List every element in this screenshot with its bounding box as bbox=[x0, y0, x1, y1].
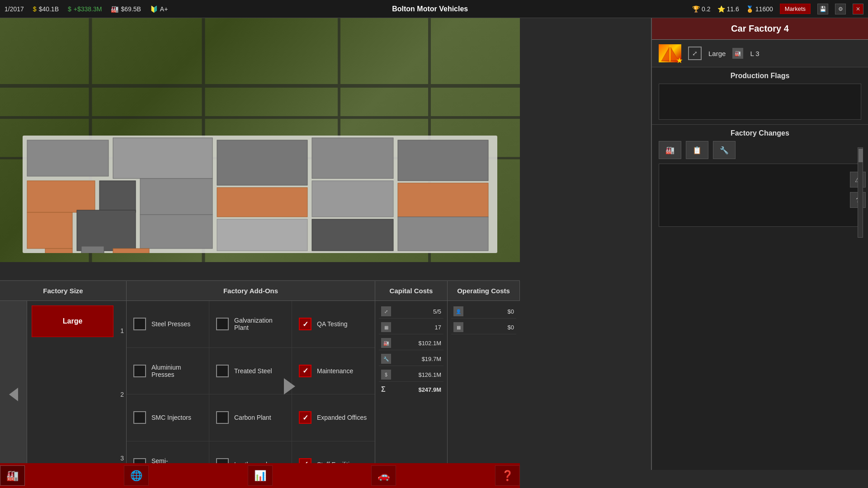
rating-display: 🔰 A+ bbox=[150, 5, 168, 13]
addon-expanded-offices-checkbox[interactable] bbox=[299, 411, 311, 424]
addon-carbon-label: Carbon Plant bbox=[234, 414, 271, 421]
addon-maintenance-label: Maintenance bbox=[317, 367, 353, 375]
capital-row-3: 🏭 $102.1M bbox=[379, 336, 443, 350]
svg-rect-13 bbox=[217, 188, 307, 217]
sigma-icon: Σ bbox=[381, 385, 386, 394]
addon-steel-presses-checkbox[interactable] bbox=[133, 318, 146, 330]
factory-logo bbox=[659, 44, 681, 62]
svg-rect-15 bbox=[312, 181, 393, 217]
addon-expanded-offices: Expanded Offices bbox=[292, 394, 375, 441]
nav-help[interactable]: ❓ bbox=[495, 465, 520, 486]
close-button[interactable]: ✕ bbox=[853, 4, 863, 14]
company-name: Bolton Motor Vehicles bbox=[177, 5, 683, 13]
addon-aluminium-presses: Aluminium Presses bbox=[127, 348, 209, 395]
assets-display: 🏭 $69.5B bbox=[111, 5, 141, 13]
operating-icon-2: ▦ bbox=[453, 322, 463, 332]
costs-panel: ⤢ 5/5 ▦ 17 🏭 $102.1M 🔧 $19.7M $ $126 bbox=[375, 301, 520, 488]
svg-rect-23 bbox=[398, 217, 488, 251]
capital-val-4: $19.7M bbox=[422, 356, 441, 362]
income-value: +$338.3M bbox=[74, 5, 102, 13]
capital-icon-1: ⤢ bbox=[381, 306, 391, 316]
scroll-thumb[interactable] bbox=[859, 149, 863, 162]
nav-world[interactable]: 🌐 bbox=[124, 465, 149, 486]
arrow-left-icon bbox=[9, 388, 18, 401]
save-button[interactable]: 💾 bbox=[817, 4, 828, 14]
factory-change-btn-3[interactable]: 🔧 bbox=[713, 141, 736, 159]
changes-area bbox=[659, 164, 861, 227]
addon-qa-testing-checkbox[interactable] bbox=[299, 318, 311, 330]
addon-carbon-plant-checkbox[interactable] bbox=[216, 411, 229, 424]
cash-value: $40.1B bbox=[39, 5, 59, 13]
svg-rect-14 bbox=[312, 138, 393, 178]
factory-info-row: ⤢ Large 🏭 L 3 bbox=[652, 40, 868, 67]
nav-production[interactable]: 📊 bbox=[248, 465, 273, 486]
content-area: Large 1 2 3 Steel Presses Galvanization … bbox=[0, 301, 520, 488]
factory-changes-section: Factory Changes 🏭 📋 🔧 bbox=[652, 125, 868, 470]
capital-total-row: Σ $247.9M bbox=[379, 384, 443, 395]
expand-icon[interactable]: ⤢ bbox=[688, 47, 702, 60]
stat1-icon: 🏆 bbox=[692, 5, 700, 13]
date-display: 1/2017 bbox=[5, 5, 24, 13]
stat1: 🏆 0.2 bbox=[692, 5, 710, 13]
nav-bar: 🏭 🌐 📊 🚗 ❓ bbox=[0, 463, 520, 488]
size-large-label: Large bbox=[63, 317, 83, 325]
addon-qa-testing: QA Testing bbox=[292, 301, 375, 348]
addon-qa-testing-label: QA Testing bbox=[317, 320, 347, 328]
prev-button[interactable] bbox=[0, 301, 27, 488]
addon-galvanization-checkbox[interactable] bbox=[216, 318, 229, 330]
svg-rect-24 bbox=[45, 249, 72, 253]
size-large-option[interactable]: Large bbox=[32, 305, 113, 337]
svg-rect-18 bbox=[27, 212, 72, 249]
assets-value: $69.5B bbox=[121, 5, 141, 13]
scrollbar[interactable] bbox=[858, 147, 863, 238]
operating-icon-1: 👤 bbox=[453, 306, 463, 316]
capital-row-2: ▦ 17 bbox=[379, 320, 443, 334]
svg-rect-26 bbox=[113, 249, 149, 253]
capital-row-5: $ $126.1M bbox=[379, 368, 443, 382]
size-numbers: 1 2 3 bbox=[118, 301, 126, 488]
svg-rect-21 bbox=[217, 219, 307, 251]
capital-icon-5: $ bbox=[381, 370, 391, 380]
addon-aluminium-presses-checkbox[interactable] bbox=[133, 365, 146, 377]
factory-change-btn-1[interactable]: 🏭 bbox=[659, 141, 681, 159]
size-options: Large bbox=[27, 301, 118, 488]
svg-rect-12 bbox=[217, 140, 307, 185]
addon-galvanization-label: Galvanization Plant bbox=[234, 317, 285, 331]
factory-name-header: Car Factory 4 bbox=[652, 18, 868, 40]
svg-rect-20 bbox=[140, 215, 212, 249]
operating-val-1: $0 bbox=[508, 308, 514, 315]
addons-panel: Steel Presses Galvanization Plant QA Tes… bbox=[127, 301, 375, 488]
factory-changes-title: Factory Changes bbox=[659, 129, 861, 137]
rating-value: A+ bbox=[160, 5, 168, 13]
operating-header: Operating Costs bbox=[448, 281, 520, 300]
capital-val-2: 17 bbox=[435, 324, 441, 331]
capital-row-1: ⤢ 5/5 bbox=[379, 305, 443, 319]
addon-expanded-offices-label: Expanded Offices bbox=[317, 414, 367, 421]
cash-display: $ $40.1B bbox=[33, 5, 59, 13]
capital-header: Capital Costs bbox=[375, 281, 448, 300]
right-panel: Car Factory 4 ⤢ Large 🏭 L 3 Production F… bbox=[651, 18, 868, 470]
bottom-panel: Factory Size Factory Add-Ons Capital Cos… bbox=[0, 280, 520, 488]
addon-smc-injectors-checkbox[interactable] bbox=[133, 411, 146, 424]
nav-vehicles[interactable]: 🚗 bbox=[371, 465, 396, 486]
settings-button[interactable]: ⚙ bbox=[835, 4, 846, 14]
capital-icon-4: 🔧 bbox=[381, 354, 391, 364]
addons-header: Factory Add-Ons bbox=[127, 281, 375, 300]
building-level-icon: 🏭 bbox=[732, 48, 743, 59]
nav-factory[interactable]: 🏭 bbox=[0, 465, 25, 486]
addon-maintenance-checkbox[interactable] bbox=[299, 365, 311, 377]
svg-rect-11 bbox=[140, 178, 212, 215]
capital-val-3: $102.1M bbox=[418, 340, 441, 347]
arrow-right-icon bbox=[284, 378, 295, 394]
capital-val-1: 5/5 bbox=[433, 308, 441, 315]
addon-treated-steel-checkbox[interactable] bbox=[216, 365, 229, 377]
factory-change-btn-2[interactable]: 📋 bbox=[686, 141, 708, 159]
svg-rect-9 bbox=[27, 181, 95, 212]
map-area bbox=[0, 18, 520, 262]
capital-costs-col: ⤢ 5/5 ▦ 17 🏭 $102.1M 🔧 $19.7M $ $126 bbox=[375, 301, 448, 488]
capital-icon-2: ▦ bbox=[381, 322, 391, 332]
markets-button[interactable]: Markets bbox=[780, 4, 811, 14]
capital-row-4: 🔧 $19.7M bbox=[379, 352, 443, 366]
change-icons-row: 🏭 📋 🔧 bbox=[659, 141, 861, 159]
next-button[interactable] bbox=[278, 375, 301, 398]
